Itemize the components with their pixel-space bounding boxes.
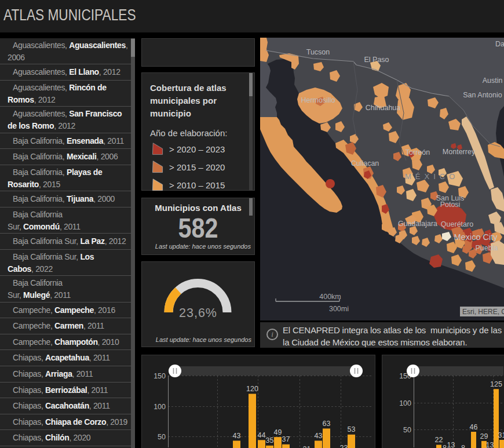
svg-text:31: 31 xyxy=(498,431,504,439)
svg-text:21: 21 xyxy=(303,445,311,448)
svg-text:8: 8 xyxy=(461,444,465,448)
svg-text:San Antonio: San Antonio xyxy=(463,91,502,99)
svg-text:Torreón: Torreón xyxy=(406,148,430,156)
svg-text:50: 50 xyxy=(403,426,411,434)
svg-text:Potosi: Potosi xyxy=(440,201,461,209)
svg-text:44: 44 xyxy=(258,431,266,439)
svg-text:13: 13 xyxy=(486,441,494,448)
svg-text:Monterrey: Monterrey xyxy=(443,148,476,156)
svg-text:Guadalajara: Guadalajara xyxy=(398,220,437,228)
svg-text:El Paso: El Paso xyxy=(364,56,389,64)
svg-text:Tucson: Tucson xyxy=(306,48,330,56)
svg-text:Chihuahua: Chihuahua xyxy=(366,104,401,112)
svg-text:100: 100 xyxy=(399,399,411,407)
svg-text:49: 49 xyxy=(274,428,282,436)
svg-text:8: 8 xyxy=(443,444,447,448)
svg-text:MÉXICO: MÉXICO xyxy=(405,172,459,181)
svg-text:125: 125 xyxy=(490,380,502,388)
svg-text:Culiacan: Culiacan xyxy=(351,159,379,167)
svg-text:37: 37 xyxy=(282,435,290,443)
svg-text:13: 13 xyxy=(447,441,455,448)
svg-text:300mi: 300mi xyxy=(329,305,349,313)
svg-text:43: 43 xyxy=(233,432,241,440)
svg-text:400km: 400km xyxy=(319,293,341,301)
svg-text:Mexico City: Mexico City xyxy=(454,232,498,242)
svg-text:29: 29 xyxy=(480,432,488,440)
svg-text:43: 43 xyxy=(315,432,323,440)
svg-text:46: 46 xyxy=(470,423,478,431)
svg-text:Austin: Austin xyxy=(483,77,503,85)
svg-text:63: 63 xyxy=(323,420,331,428)
svg-text:Puebla: Puebla xyxy=(476,244,498,252)
svg-text:Hermosillo: Hermosillo xyxy=(301,96,335,104)
svg-text:53: 53 xyxy=(348,425,356,434)
svg-text:120: 120 xyxy=(246,385,258,393)
svg-text:Esri, HERE, G: Esri, HERE, G xyxy=(462,308,504,316)
svg-text:100: 100 xyxy=(154,403,166,411)
svg-text:50: 50 xyxy=(158,433,166,441)
svg-text:35: 35 xyxy=(266,436,274,445)
svg-text:Querétaro: Querétaro xyxy=(441,220,473,228)
svg-text:23: 23 xyxy=(340,444,348,448)
svg-text:150: 150 xyxy=(154,372,166,380)
svg-text:Da: Da xyxy=(495,40,504,48)
svg-text:22: 22 xyxy=(435,436,443,444)
